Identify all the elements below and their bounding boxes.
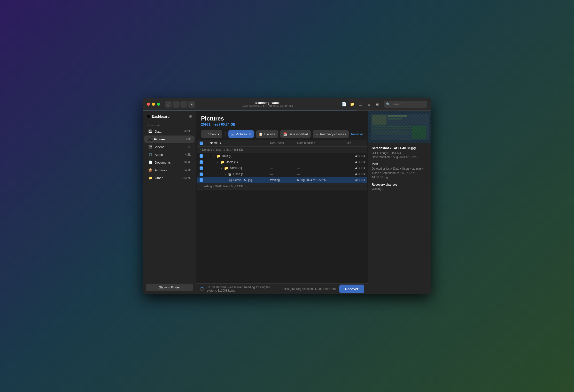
group-expand-icon[interactable]: ▾: [200, 149, 201, 151]
svg-rect-9: [412, 126, 426, 139]
folder-view-button[interactable]: 📁: [349, 101, 356, 108]
row-date: —: [295, 165, 343, 171]
col-header-name[interactable]: Name ▼: [207, 140, 268, 146]
sidebar-item-videos[interactable]: 🎬 Videos 72: [144, 143, 194, 150]
row-name-cell: ▾ 🗑 Trash (1): [207, 171, 268, 177]
show-icon: ☰: [204, 132, 207, 136]
table-row[interactable]: ▾ 🗑 Trash (1) — — 451 KB: [197, 171, 367, 177]
col-header-date[interactable]: Date modified: [295, 140, 343, 146]
sidebar-item-pictures[interactable]: 🖼 Pictures 21k: [144, 135, 194, 143]
sidebar-item-documents[interactable]: 📄 Documents 36,9k: [144, 159, 194, 166]
reset-all-button[interactable]: Reset all: [351, 132, 363, 136]
col-header-recovery[interactable]: Rec...nces: [268, 140, 295, 146]
date-modified-label: Date modified: [288, 132, 308, 136]
stop-button[interactable]: ■: [188, 101, 195, 108]
documents-icon: 📄: [148, 160, 152, 164]
row-expand-icon[interactable]: ▾: [225, 173, 226, 175]
row-checkbox[interactable]: [200, 160, 203, 164]
minimize-button[interactable]: [152, 103, 155, 106]
show-label: Show: [208, 132, 216, 136]
traffic-lights: [147, 103, 160, 106]
row-checkbox[interactable]: [200, 167, 203, 170]
show-in-finder-button[interactable]: Show in Finder: [146, 284, 193, 291]
sidebar-item-count: 36,9k: [184, 161, 191, 164]
file-view-button[interactable]: 📄: [341, 101, 348, 108]
svg-rect-1: [371, 114, 429, 140]
col-header-checkbox[interactable]: [197, 140, 207, 146]
row-size: 451 KB: [343, 165, 367, 171]
row-size: 451 KB: [343, 153, 367, 159]
group-expand-icon[interactable]: ›: [200, 185, 200, 188]
home-button[interactable]: ⌂: [165, 101, 172, 108]
grid-view-button[interactable]: ⊞: [365, 101, 372, 108]
row-recovery: —: [268, 165, 295, 171]
titlebar: ⌂ ‹ › ■ Scanning "Data" 74% complete – 4…: [143, 98, 431, 111]
table-row[interactable]: ▾ 📁 Users (1) — — 451 KB: [197, 159, 367, 165]
preview-filename: Screenshot 2...at 14.40.58.jpg: [372, 146, 428, 150]
window-title-area: Scanning "Data" 74% complete – 470 001 f…: [198, 101, 338, 108]
search-input[interactable]: [391, 102, 425, 106]
row-checkbox[interactable]: [200, 172, 203, 176]
row-name: admin (1): [230, 167, 242, 170]
col-header-size[interactable]: Size: [343, 140, 367, 146]
back-button[interactable]: ‹: [173, 101, 180, 108]
group-existing[interactable]: › Existing - 20980 files / 65,84 GB: [197, 183, 367, 189]
svg-rect-8: [372, 133, 415, 134]
close-button[interactable]: [147, 103, 150, 106]
rescan-button[interactable]: ✳: [189, 114, 192, 119]
pictures-filter-label: Pictures: [236, 132, 247, 136]
search-icon: 🔍: [386, 102, 390, 106]
search-box[interactable]: 🔍: [384, 101, 427, 108]
svg-rect-4: [388, 118, 402, 120]
loading-spinner: [200, 287, 204, 291]
row-checkbox[interactable]: [200, 154, 203, 158]
preview-panel: Screenshot 2...at 14.40.58.jpg JPEG imag…: [368, 111, 431, 294]
status-bar: 0h 3m elapsed. Please wait. Reading exis…: [196, 283, 368, 294]
recovery-chances-label: Recovery chances: [320, 132, 346, 136]
list-view-button[interactable]: ☰: [357, 101, 364, 108]
sidebar-item-count: 470k: [184, 130, 191, 133]
status-text: 0h 3m elapsed. Please wait. Reading exis…: [207, 285, 278, 292]
preview-date: Date modified 6 Aug 2024 at 10:25: [372, 155, 428, 159]
split-view-button[interactable]: ▣: [373, 101, 381, 108]
sidebar-item-name: Pictures: [154, 137, 184, 141]
file-size-icon: 📋: [259, 132, 263, 136]
sidebar-item-count: 21k: [186, 137, 191, 141]
recover-button[interactable]: Recover: [339, 284, 364, 293]
window-title: Scanning "Data": [198, 101, 338, 105]
sidebar-header: ⊞ Dashboard ✳: [143, 111, 196, 122]
table-row-selected[interactable]: 🖼 Scree....58.jpg Waiting... 6 Aug 2024 …: [197, 177, 367, 183]
table-header: Name ▼ Rec...nces Date modified Size: [197, 140, 367, 146]
recovery-chances-filter-button[interactable]: ☆ Recovery chances: [313, 130, 349, 138]
select-all-checkbox[interactable]: [200, 142, 203, 145]
forward-button[interactable]: ›: [181, 101, 187, 108]
row-date: —: [295, 159, 343, 165]
preview-image: [368, 111, 431, 143]
table-row[interactable]: ▾ 📁 admin (1) — — 451 KB: [197, 165, 367, 171]
row-expand-icon[interactable]: ▾: [221, 167, 222, 169]
file-table: Name ▼ Rec...nces Date modified Size ▾: [197, 140, 367, 190]
sidebar-item-archives[interactable]: 📦 Archives 24,1k: [144, 167, 194, 174]
file-size-filter-button[interactable]: 📋 File size: [256, 130, 279, 138]
table-row[interactable]: ▾ 📁 Data (1) — — 451 KB: [197, 153, 367, 159]
show-button[interactable]: ☰ Show ▾: [201, 130, 222, 138]
svg-rect-7: [372, 131, 425, 132]
row-checkbox[interactable]: [200, 178, 203, 182]
folder-icon: 📁: [216, 154, 220, 158]
filter-pictures-tag[interactable]: 🖼 Pictures ✕: [228, 130, 254, 138]
sidebar-item-other[interactable]: 📁 Other 383,7k: [144, 174, 194, 182]
date-modified-filter-button[interactable]: 📅 Date modified: [280, 130, 311, 138]
main-layout: ⊞ Dashboard ✳ Scan results 💾 Data 470k 🖼…: [143, 111, 431, 294]
sidebar-item-name: Audio: [155, 153, 183, 157]
remove-pictures-filter-icon[interactable]: ✕: [249, 133, 251, 136]
content-title: Pictures: [201, 115, 363, 122]
preview-svg: [368, 111, 431, 143]
maximize-button[interactable]: [157, 103, 160, 106]
sidebar-item-data[interactable]: 💾 Data 470k: [144, 128, 194, 135]
row-expand-icon[interactable]: ▾: [217, 161, 218, 163]
sidebar-footer: Show in Finder: [143, 281, 196, 294]
group-deleted[interactable]: ▾ Deleted or lost - 1 files / 451 KB: [197, 146, 367, 153]
sidebar-item-audio[interactable]: 🎵 Audio 4,2k: [144, 151, 194, 158]
row-expand-icon[interactable]: ▾: [213, 155, 214, 157]
row-name-cell: 🖼 Scree....58.jpg: [207, 177, 268, 183]
